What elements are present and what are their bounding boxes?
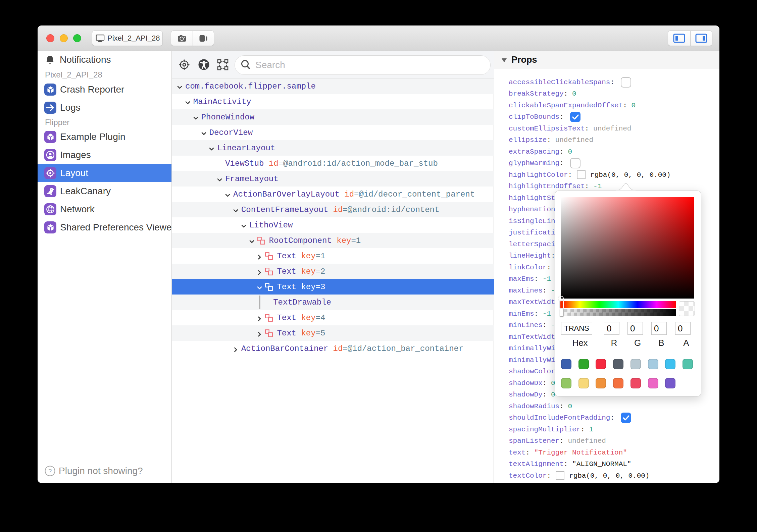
svg-text:?: ?: [48, 467, 52, 474]
